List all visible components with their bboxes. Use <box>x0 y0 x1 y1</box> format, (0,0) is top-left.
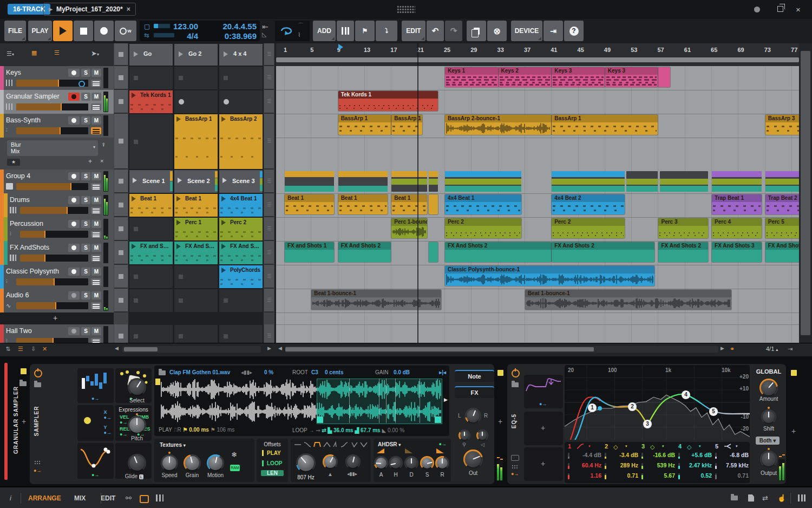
send2-knob[interactable] <box>476 429 488 441</box>
add-track-button[interactable]: + <box>53 314 57 322</box>
track-height-icon[interactable]: ☰ <box>18 346 23 353</box>
grain-freq-knob[interactable] <box>296 453 316 473</box>
band-q-slider[interactable] <box>605 473 606 479</box>
io-panel-icon[interactable]: ⇄ <box>762 494 768 502</box>
group-summary-segment[interactable] <box>429 171 437 192</box>
solo-button[interactable]: S <box>81 93 90 101</box>
solo-button[interactable]: S <box>81 196 90 204</box>
arranger-clip[interactable]: Beat 1 <box>285 194 334 214</box>
window-close-icon[interactable]: × <box>796 5 801 14</box>
track-list-menu-icon[interactable]: ☰▾ <box>6 50 14 57</box>
env-knob-R[interactable] <box>435 456 449 470</box>
band-gain-slider[interactable] <box>715 453 717 459</box>
band-gain-value[interactable]: -6.8 dB <box>719 452 749 458</box>
solo-button[interactable]: S <box>81 327 90 335</box>
band-q-slider[interactable] <box>715 473 717 479</box>
select-knob[interactable] <box>128 378 146 396</box>
clip-play-icon[interactable] <box>221 116 226 122</box>
alt-cell[interactable]: ☰ <box>264 90 274 114</box>
band-freq-value[interactable]: 2.47 kHz <box>683 462 712 468</box>
launcher-slot[interactable] <box>174 90 218 114</box>
eq-node-2[interactable]: 2 <box>628 402 637 411</box>
launcher-scroll-left-icon[interactable]: ◀ <box>115 346 119 351</box>
connections-icon[interactable]: ⚭ <box>730 346 735 353</box>
arranger-clip[interactable]: BassArp 1 <box>552 115 658 135</box>
scene-play-icon[interactable] <box>179 51 183 57</box>
play-menu-button[interactable]: PLAY <box>28 21 52 41</box>
clip-play-icon[interactable] <box>176 220 181 225</box>
project-tab-close-icon[interactable]: × <box>127 5 130 13</box>
undo-button[interactable]: ↶ <box>427 21 444 41</box>
launcher-slot[interactable]: FX And Shots 2 <box>174 241 218 265</box>
track-header-Hall-Two[interactable]: Hall TwoSM⫶ <box>0 324 114 343</box>
fade-curve-icon[interactable]: ⌒ <box>298 22 304 30</box>
speed-knob[interactable] <box>161 454 178 472</box>
alt-cell[interactable]: ☰ <box>264 289 274 312</box>
track-menu-button[interactable] <box>91 103 101 110</box>
arranger-clip[interactable]: Classic Polysynth-bounce-1 <box>445 266 654 286</box>
group-summary-segment[interactable] <box>338 171 388 192</box>
project-tab[interactable]: ▶ MyProject_16T_2020* × <box>43 3 136 16</box>
clip-stop-cell[interactable] <box>114 241 128 265</box>
eq5-modulation-icon[interactable]: ●→ <box>511 471 519 477</box>
band-freq-value[interactable]: 7.59 kHz <box>719 462 749 468</box>
launcher-slot[interactable] <box>219 289 263 312</box>
launcher-slot[interactable] <box>219 90 263 114</box>
volume-fader[interactable] <box>20 255 88 262</box>
pan-indicator[interactable] <box>78 81 85 87</box>
add-menu-button[interactable]: ADD <box>313 21 336 41</box>
add-instrument-track-button[interactable] <box>337 21 354 41</box>
band-type-icon[interactable] <box>724 443 731 451</box>
env-knob-A[interactable] <box>374 456 388 470</box>
send1-knob[interactable] <box>459 429 470 441</box>
clip-stop-cell[interactable] <box>114 170 128 193</box>
io-routing-icon[interactable]: ⇅ <box>5 346 10 353</box>
eq-node-4[interactable]: 4 <box>682 390 690 399</box>
alt-cell[interactable]: ☰ <box>264 241 274 265</box>
focus-mode-icon[interactable] <box>140 495 149 503</box>
clip-stop-cell[interactable] <box>114 114 128 170</box>
band-q-slider[interactable] <box>678 473 680 479</box>
punch-in-icon[interactable]: ⇤ <box>262 22 269 31</box>
eq-add-mod-tile[interactable]: + <box>524 412 563 445</box>
volume-fader[interactable] <box>20 231 88 238</box>
alt-cell[interactable]: ☰ <box>264 114 274 170</box>
band-freq-slider[interactable] <box>641 463 643 469</box>
sample-display[interactable]: Clap FM Gothen 01.wav ◂▮▮▸ 0 % ROOT C3 0… <box>154 366 449 436</box>
band-freq-value[interactable]: 60.4 Hz <box>572 462 601 468</box>
record-arm-button[interactable] <box>68 220 80 228</box>
clip-stop-cell[interactable] <box>114 265 128 289</box>
zoom-level-value[interactable]: 4/1 ▴ <box>766 346 778 352</box>
arranger-clip[interactable]: Perc 4 <box>712 218 761 238</box>
eq5-display-toggle-icon[interactable] <box>511 455 519 461</box>
glide-knob[interactable] <box>128 454 146 472</box>
swing-icon[interactable]: ⇆ <box>144 32 149 39</box>
sampler-preset-icon[interactable] <box>34 382 41 387</box>
band-number-3[interactable]: 3 <box>641 443 645 450</box>
chain2-enable-toggle[interactable] <box>497 370 503 376</box>
arranger-clip[interactable]: FX And Shots 3 <box>765 242 799 262</box>
band-type-icon[interactable] <box>577 443 584 451</box>
band-type-icon[interactable]: ◇ <box>650 443 654 451</box>
chain3-enable-toggle[interactable] <box>791 370 797 376</box>
band-q-slider[interactable] <box>641 473 643 479</box>
track-menu-button[interactable] <box>91 231 101 238</box>
offset-play[interactable]: PLAY <box>262 450 281 456</box>
eq-mode-dropdown[interactable]: Both ▾ <box>756 437 780 445</box>
launcher-slot[interactable]: PolyChords <box>219 265 263 289</box>
solo-button[interactable]: S <box>81 172 90 180</box>
clip-play-icon[interactable] <box>132 93 136 98</box>
offset-len[interactable]: LEN <box>261 470 284 476</box>
band-number-5[interactable]: 5 <box>715 443 718 450</box>
band-gain-value[interactable]: +5.6 dB <box>683 452 712 458</box>
panel-tab-mix[interactable]: MIX <box>74 494 86 502</box>
alt-header-cell[interactable]: ☰ <box>264 43 274 66</box>
arranger-clip[interactable]: FX And Shots 2 <box>552 242 654 262</box>
loop-toggle[interactable]: ⌒ ⌇ <box>275 21 310 41</box>
mod-tile-0[interactable]: ●→ <box>77 368 114 403</box>
solo-button[interactable]: S <box>81 291 90 299</box>
spread2-knob[interactable] <box>345 454 361 470</box>
panel-tab-arrange[interactable]: ARRANGE <box>28 494 61 502</box>
link-tool-icon[interactable]: ⚯ <box>126 494 132 502</box>
env-knob-S[interactable] <box>420 456 434 470</box>
